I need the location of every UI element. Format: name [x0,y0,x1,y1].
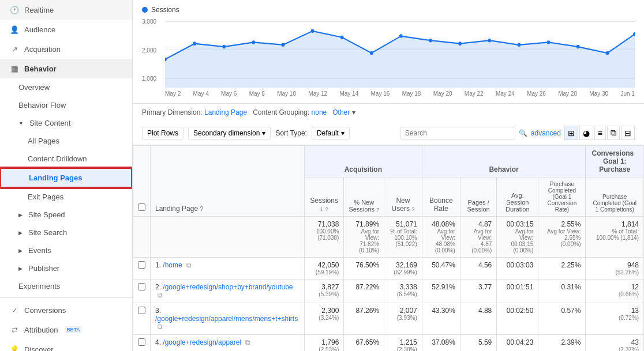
search-input[interactable] [400,127,515,139]
select-all-checkbox[interactable] [138,203,145,211]
avg-session-header[interactable]: Avg. Session Duration [497,178,538,217]
other-link[interactable]: Other [332,108,350,116]
chart-container: 3,000 2,000 1,000 [142,18,635,93]
copy-icon-4[interactable]: ⧉ [245,338,250,346]
svg-point-12 [429,39,432,43]
bulb-icon: 💡 [9,344,20,351]
secondary-dimension-button[interactable]: Secondary dimension ▾ [188,127,271,139]
search-icon[interactable]: 🔍 [519,129,527,137]
main-content: Sessions 3,000 2,000 1,000 [133,0,644,351]
landing-page-link[interactable]: Landing Page [204,108,247,116]
chart-legend: Sessions [142,6,635,14]
second-row-controls: Plot Rows Secondary dimension ▾ Sort Typ… [142,126,635,140]
sidebar-item-audience[interactable]: 👤 Audience [0,20,132,39]
table-row: 2. /google+redesign/shop+by+brand/youtub… [133,280,644,303]
svg-point-11 [399,34,403,38]
grid-view-button[interactable]: ⊞ [564,126,578,140]
copy-icon[interactable]: ⧉ [186,261,192,269]
sidebar-item-realtime[interactable]: 🕐 Realtime [0,0,132,20]
sessions-info: ? [325,206,328,212]
sidebar-item-site-speed[interactable]: ▶ Site Speed [0,206,132,224]
page-link-2[interactable]: /google+redesign/shop+by+brand/youtube [163,283,293,291]
sidebar-item-behavior-flow[interactable]: Behavior Flow ← [0,96,132,114]
sidebar-item-conversions[interactable]: ✓ Conversions [0,300,132,320]
advanced-link[interactable]: advanced [531,129,561,137]
sidebar-item-site-content[interactable]: ▼ Site Content [0,114,132,132]
expand-right-icon2: ▶ [18,230,23,236]
table-wrapper: Landing Page ? Acquisition Behavior Conv… [133,145,644,351]
svg-point-16 [547,40,551,44]
checkbox-header [133,146,151,217]
copy-icon-2[interactable]: ⧉ [158,291,163,299]
chart-area: Sessions 3,000 2,000 1,000 [133,0,644,104]
svg-point-4 [193,41,196,46]
clock-icon: 🕐 [9,5,20,15]
sidebar-item-site-search[interactable]: ▶ Site Search [0,224,132,241]
sidebar-item-experiments[interactable]: Experiments [0,277,132,295]
sort-arrow: ↓ [320,205,323,213]
sessions-header[interactable]: Sessions ↓ ? [304,178,344,217]
info-icon: ? [200,206,203,212]
sessions-chart [165,18,635,88]
bounce-rate-header[interactable]: Bounce Rate [422,178,460,217]
search-area: 🔍 advanced ⊞ ◕ ≡ ⧉ ⊟ [400,126,635,140]
conversions-group-header: Conversions Goal 1: Purchase [586,146,644,178]
svg-point-17 [576,45,580,49]
person-icon: 👤 [9,24,20,35]
page-link-3[interactable]: /google+redesign/apparel/mens/mens+t+shi… [155,315,298,323]
svg-point-7 [282,43,285,47]
sidebar-item-acquisition[interactable]: ↗ Acquisition [0,39,132,59]
svg-point-15 [518,43,521,47]
new-users-header[interactable]: New Users ? [384,178,422,217]
pages-session-header[interactable]: Pages / Session [460,178,496,217]
page-link-4[interactable]: /google+redesign/apparel [163,338,241,346]
svg-point-5 [222,45,226,49]
conv-rate-header[interactable]: Purchase Completed (Goal 1 Conversion Ra… [538,178,586,217]
completions-header[interactable]: Purchase Completed (Goal 1 Completions) [586,178,644,217]
sort-type-button[interactable]: Default ▾ [312,127,350,139]
page-link-1[interactable]: /home [163,261,182,269]
row-checkbox-4[interactable] [138,338,145,346]
data-table: Landing Page ? Acquisition Behavior Conv… [133,145,644,351]
row-checkbox-2[interactable] [138,283,145,290]
sort-type-label: Sort Type: [275,129,306,137]
sidebar: 🕐 Realtime 👤 Audience ↗ Acquisition ▦ Be… [0,0,133,351]
pivot-view-button[interactable]: ⧉ [607,126,620,140]
landing-page-header[interactable]: Landing Page ? [151,146,305,217]
svg-point-13 [458,41,462,46]
row-checkbox-1[interactable] [138,261,145,269]
sidebar-item-attribution[interactable]: ⇄ Attribution BETA [0,320,132,339]
svg-point-18 [606,51,609,55]
sidebar-item-all-pages[interactable]: All Pages [0,132,132,150]
table-row: 4. /google+redesign/apparel ⧉ 1,796 (2.5… [133,335,644,352]
compare-view-button[interactable]: ⊟ [621,126,635,140]
sidebar-item-exit-pages[interactable]: Exit Pages [0,188,132,206]
expand-right-icon4: ▶ [18,266,23,271]
content-grouping-link[interactable]: none [312,108,327,116]
sidebar-item-overview[interactable]: Overview [0,78,132,96]
pct-new-sessions-header[interactable]: % New Sessions ? [344,178,384,217]
table-controls: Primary Dimension: Landing Page Content … [133,104,644,145]
beta-badge: BETA [65,326,82,333]
sidebar-item-behavior[interactable]: ▦ Behavior ← [0,59,132,78]
table-row: 3. /google+redesign/apparel/mens/mens+t+… [133,303,644,335]
sidebar-item-publisher[interactable]: ▶ Publisher [0,259,132,277]
pie-view-button[interactable]: ◕ [579,126,593,140]
new-users-info: ? [411,206,414,212]
svg-point-9 [340,35,344,39]
grid-icon: ▦ [9,63,20,74]
row-checkbox-3[interactable] [138,307,145,314]
acquisition-icon: ↗ [9,44,20,54]
view-icons: ⊞ ◕ ≡ ⧉ ⊟ [564,126,635,140]
plot-rows-button[interactable]: Plot Rows [142,127,184,139]
list-view-button[interactable]: ≡ [594,126,606,140]
sidebar-item-content-drilldown[interactable]: Content Drilldown [0,150,132,168]
svg-point-8 [311,29,314,33]
x-axis: May 2 May 4 May 6 May 8 May 10 May 12 Ma… [165,90,635,97]
total-sessions: 71,038 [309,220,339,228]
legend-label: Sessions [151,6,179,14]
copy-icon-3[interactable]: ⧉ [158,323,163,331]
sidebar-item-discover[interactable]: 💡 Discover [0,339,132,351]
sidebar-item-events[interactable]: ▶ Events [0,241,132,259]
sidebar-item-landing-pages[interactable]: Landing Pages [0,168,132,188]
